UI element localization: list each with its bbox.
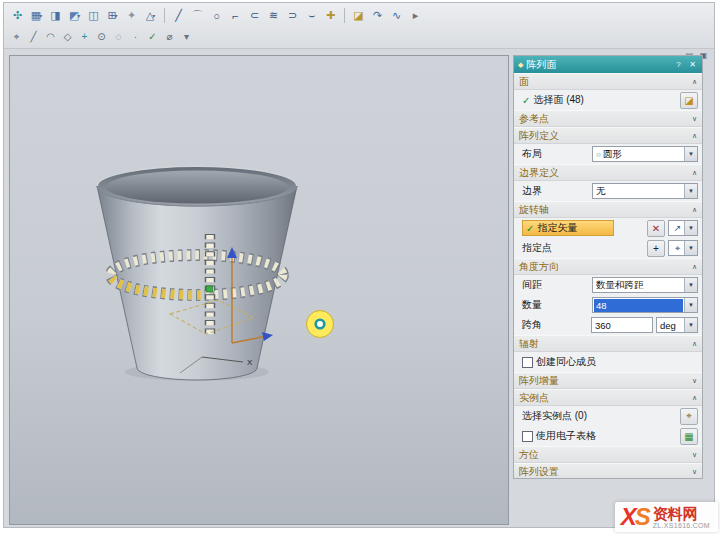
edge-blend-icon[interactable]: ✦ xyxy=(123,7,140,24)
section-radiate[interactable]: 辐射 ∧ xyxy=(514,335,702,352)
snap-overflow-icon[interactable]: ▾ xyxy=(179,29,194,44)
section-rotation-axis[interactable]: 旋转轴 ∧ xyxy=(514,201,702,218)
select-face-row: ✓ 选择面 (48) ◪ xyxy=(514,90,702,110)
adjust-face-icon[interactable]: ∿ xyxy=(388,7,405,24)
snap-node-icon[interactable]: ∙ xyxy=(128,29,143,44)
chevron-up-icon: ∧ xyxy=(692,78,697,86)
spreadsheet-checkbox[interactable] xyxy=(522,431,533,442)
snap-midpoint-icon[interactable]: ◠ xyxy=(43,29,58,44)
face-icon: ◪ xyxy=(684,95,693,106)
chevron-up-icon: ∧ xyxy=(692,132,697,140)
spacing-dropdown[interactable]: 数量和跨距 ▼ xyxy=(592,277,698,293)
chevron-down-icon: ∨ xyxy=(692,468,697,476)
section-angular-direction[interactable]: 角度方向 ∧ xyxy=(514,258,702,275)
viewport-3d[interactable]: X xyxy=(9,55,509,525)
layout-dropdown[interactable]: ○ 圆形 ▼ xyxy=(592,146,698,162)
specify-point-row: 指定点 + ⌖ ▼ xyxy=(514,238,702,258)
section-instance-points[interactable]: 实例点 ∧ xyxy=(514,389,702,406)
point-type-dropdown[interactable]: ⌖ ▼ xyxy=(668,240,698,256)
chevron-down-icon: ▾ xyxy=(115,12,118,19)
chevron-down-icon: ▼ xyxy=(684,278,697,292)
line-icon[interactable]: ╱ xyxy=(170,7,187,24)
boundary-dropdown[interactable]: 无 ▼ xyxy=(592,183,698,199)
extrude-icon[interactable]: ◨ xyxy=(47,7,64,24)
chevron-down-icon: ▼ xyxy=(684,147,697,161)
datum-plane-icon[interactable]: ▦▾ xyxy=(28,7,45,24)
pattern-face-icon[interactable]: ↷ xyxy=(369,7,386,24)
section-pattern-increment[interactable]: 阵列增量 ∨ xyxy=(514,372,702,389)
spreadsheet-icon: ▦ xyxy=(684,431,693,442)
chevron-down-icon: ▼ xyxy=(684,221,697,235)
arc-icon[interactable]: ⌒ xyxy=(189,7,206,24)
dialog-titlebar[interactable]: ◆ 阵列面 ? ✕ xyxy=(514,56,702,73)
section-boundary-definition[interactable]: 边界定义 ∧ xyxy=(514,164,702,181)
cursor-ball-indicator xyxy=(307,311,334,338)
snap-intersection-icon[interactable]: + xyxy=(77,29,92,44)
point-dialog-button[interactable]: + xyxy=(647,240,665,257)
reverse-direction-button[interactable]: ✕ xyxy=(647,220,665,237)
chevron-down-icon: ▼ xyxy=(684,318,697,332)
vector-dialog-dropdown[interactable]: ↗ ▼ xyxy=(668,220,698,236)
chevron-up-icon: ∧ xyxy=(692,169,697,177)
offset-icon[interactable]: ⊃ xyxy=(284,7,301,24)
circle-icon[interactable]: ○ xyxy=(208,7,225,24)
select-instance-points-row: 选择实例点 (0) ⌖ xyxy=(514,406,702,426)
chevron-up-icon: ∧ xyxy=(692,206,697,214)
toolbar: ✣▦▾◨◩▾◫⊞▾✦△▾╱⌒○⌐⊂≋⊃⌣✚◪↷∿▸ ⌖╱◠◇+⊙◌∙✓⌀▾ xyxy=(4,3,714,49)
dialog-icon: ◆ xyxy=(518,61,523,69)
point-icon[interactable]: ✚ xyxy=(322,7,339,24)
toolbar-row-1: ✣▦▾◨◩▾◫⊞▾✦△▾╱⌒○⌐⊂≋⊃⌣✚◪↷∿▸ xyxy=(8,5,710,26)
move-face-icon[interactable]: ◪ xyxy=(350,7,367,24)
section-pattern-definition[interactable]: 阵列定义 ∧ xyxy=(514,127,702,144)
circular-icon: ○ xyxy=(596,150,601,159)
face-select-button[interactable]: ◪ xyxy=(680,92,698,109)
span-angle-value: 360 xyxy=(592,320,652,331)
vector-icon: ↗ xyxy=(671,223,684,233)
snap-diameter-icon[interactable]: ⌀ xyxy=(162,29,177,44)
application-window: ✣▦▾◨◩▾◫⊞▾✦△▾╱⌒○⌐⊂≋⊃⌣✚◪↷∿▸ ⌖╱◠◇+⊙◌∙✓⌀▾ ▤ … xyxy=(3,2,715,528)
snap-point-icon[interactable]: ⌖ xyxy=(9,29,24,44)
chamfer-icon[interactable]: ⌣ xyxy=(303,7,320,24)
span-angle-field[interactable]: 360 xyxy=(591,317,653,333)
spreadsheet-button[interactable]: ▦ xyxy=(680,428,698,445)
help-icon[interactable]: ? xyxy=(673,60,684,69)
block-icon[interactable]: ◫ xyxy=(85,7,102,24)
toolbar-overflow-icon[interactable]: ▸ xyxy=(407,7,424,24)
app-menu-icon[interactable]: ✣ xyxy=(9,7,26,24)
span-unit-dropdown[interactable]: deg ▼ xyxy=(656,317,698,333)
count-value: 48 xyxy=(594,299,683,312)
concentric-checkbox[interactable] xyxy=(522,357,533,368)
unite-icon[interactable]: ⊞▾ xyxy=(104,7,121,24)
toolbar-separator xyxy=(344,8,345,23)
count-field[interactable]: 48 ▼ xyxy=(592,297,698,313)
snap-existing-point-icon[interactable]: ◌ xyxy=(111,29,126,44)
spacing-row: 间距 数量和跨距 ▼ xyxy=(514,275,702,295)
section-orientation[interactable]: 方位 ∨ xyxy=(514,446,702,463)
fillet-icon[interactable]: ⊂ xyxy=(246,7,263,24)
toolbar-separator xyxy=(164,8,165,23)
section-pattern-settings[interactable]: 阵列设置 ∨ xyxy=(514,463,702,479)
draft-icon[interactable]: △▾ xyxy=(142,7,159,24)
watermark-url: ZL.XS1616.COM xyxy=(653,522,710,529)
instance-point-select-button[interactable]: ⌖ xyxy=(680,408,698,425)
revolve-icon[interactable]: ◩▾ xyxy=(66,7,83,24)
profile-icon[interactable]: ⌐ xyxy=(227,7,244,24)
close-icon[interactable]: ✕ xyxy=(687,60,698,69)
chevron-up-icon: ∧ xyxy=(692,263,697,271)
watermark-logo: XS xyxy=(621,505,649,529)
specify-vector-row: ✓ 指定矢量 ✕ ↗ ▼ xyxy=(514,218,702,238)
section-face[interactable]: 面 ∧ xyxy=(514,73,702,90)
span-angle-row: 跨角 360 deg ▼ xyxy=(514,315,702,335)
scene: X xyxy=(10,56,508,524)
boundary-row: 边界 无 ▼ xyxy=(514,181,702,201)
chevron-down-icon: ▼ xyxy=(684,241,697,255)
snap-endpoint-icon[interactable]: ╱ xyxy=(26,29,41,44)
snap-enable-icon[interactable]: ✓ xyxy=(145,29,160,44)
chevron-down-icon: ▼ xyxy=(684,298,697,312)
section-reference-point[interactable]: 参考点 ∨ xyxy=(514,110,702,127)
snap-center-icon[interactable]: ⊙ xyxy=(94,29,109,44)
spline-icon[interactable]: ≋ xyxy=(265,7,282,24)
chevron-down-icon: ▾ xyxy=(152,12,155,19)
specify-vector-field[interactable]: ✓ 指定矢量 xyxy=(522,220,614,236)
snap-quadrant-icon[interactable]: ◇ xyxy=(60,29,75,44)
